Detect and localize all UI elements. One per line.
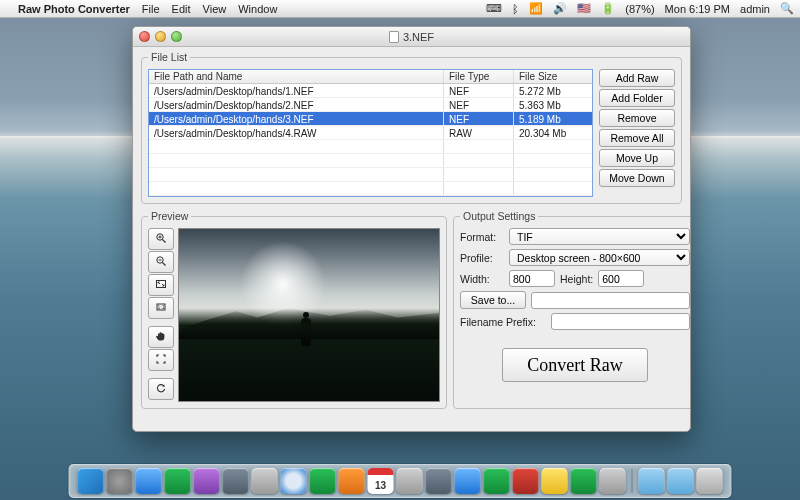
cell-path bbox=[149, 182, 444, 195]
pan-hand-button[interactable] bbox=[148, 326, 174, 348]
maps-icon[interactable] bbox=[571, 468, 597, 494]
launchpad-icon[interactable] bbox=[107, 468, 133, 494]
fit-window-button[interactable] bbox=[148, 274, 174, 296]
itunes-icon[interactable] bbox=[455, 468, 481, 494]
preview-toolstrip: 1:1 bbox=[148, 228, 174, 402]
col-header-size[interactable]: File Size bbox=[514, 70, 592, 83]
svg-line-1 bbox=[162, 239, 165, 242]
output-settings-group: Output Settings Format: TIF Profile: Des… bbox=[453, 210, 691, 409]
width-input[interactable] bbox=[509, 270, 555, 287]
save-to-button[interactable]: Save to... bbox=[460, 291, 526, 309]
cell-size: 5.363 Mb bbox=[514, 98, 592, 111]
col-header-path[interactable]: File Path and Name bbox=[149, 70, 444, 83]
menu-file[interactable]: File bbox=[142, 3, 160, 15]
battery-percent: (87%) bbox=[625, 3, 654, 15]
profile-select[interactable]: Desktop screen - 800×600 bbox=[509, 249, 690, 266]
numbers-icon[interactable] bbox=[484, 468, 510, 494]
finder-icon[interactable] bbox=[78, 468, 104, 494]
desktop: Raw Photo Converter File Edit View Windo… bbox=[0, 0, 800, 500]
file-table[interactable]: File Path and Name File Type File Size /… bbox=[148, 69, 593, 197]
table-row[interactable]: /Users/admin/Desktop/hands/1.NEFNEF5.272… bbox=[149, 84, 592, 98]
calendar-icon[interactable] bbox=[368, 468, 394, 494]
cell-path: /Users/admin/Desktop/hands/3.NEF bbox=[149, 112, 444, 125]
cell-size bbox=[514, 182, 592, 195]
actual-size-button[interactable]: 1:1 bbox=[148, 297, 174, 319]
height-label: Height: bbox=[560, 273, 593, 285]
app-store-icon[interactable] bbox=[136, 468, 162, 494]
flag-icon[interactable]: 🇺🇸 bbox=[577, 2, 591, 15]
cell-size bbox=[514, 168, 592, 181]
output-legend: Output Settings bbox=[460, 210, 538, 222]
facetime-icon[interactable] bbox=[310, 468, 336, 494]
zoom-out-button[interactable] bbox=[148, 251, 174, 273]
zoom-button[interactable] bbox=[171, 31, 182, 42]
mail-icon[interactable] bbox=[252, 468, 278, 494]
table-row[interactable]: /Users/admin/Desktop/hands/3.NEFNEF5.189… bbox=[149, 112, 592, 126]
contacts-icon[interactable] bbox=[339, 468, 365, 494]
close-button[interactable] bbox=[139, 31, 150, 42]
filelist-group: File List File Path and Name File Type F… bbox=[141, 51, 682, 204]
window-content: File List File Path and Name File Type F… bbox=[133, 47, 690, 423]
window-titlebar[interactable]: 3.NEF bbox=[133, 27, 690, 47]
volume-icon[interactable]: 🔊 bbox=[553, 2, 567, 15]
svg-rect-7 bbox=[157, 280, 166, 287]
preview-legend: Preview bbox=[148, 210, 191, 222]
menubar-clock[interactable]: Mon 6:19 PM bbox=[665, 3, 730, 15]
window-title: 3.NEF bbox=[389, 31, 434, 43]
width-label: Width: bbox=[460, 273, 504, 285]
spotlight-icon[interactable]: 🔍 bbox=[780, 2, 794, 15]
trash-icon[interactable] bbox=[697, 468, 723, 494]
cell-type bbox=[444, 154, 514, 167]
app-menu[interactable]: Raw Photo Converter bbox=[18, 3, 130, 15]
add-raw-button[interactable]: Add Raw bbox=[599, 69, 675, 87]
imovie-icon[interactable] bbox=[194, 468, 220, 494]
window-traffic-lights bbox=[139, 31, 182, 42]
cell-size bbox=[514, 154, 592, 167]
table-row bbox=[149, 140, 592, 154]
system-menubar: Raw Photo Converter File Edit View Windo… bbox=[0, 0, 800, 18]
height-input[interactable] bbox=[598, 270, 644, 287]
cell-type: RAW bbox=[444, 126, 514, 139]
safari-icon[interactable] bbox=[281, 468, 307, 494]
photobooth-icon[interactable] bbox=[513, 468, 539, 494]
menubar-left: Raw Photo Converter File Edit View Windo… bbox=[6, 3, 277, 15]
activity-icon[interactable] bbox=[165, 468, 191, 494]
bluetooth-icon[interactable]: ᛒ bbox=[512, 3, 519, 15]
zoom-in-button[interactable] bbox=[148, 228, 174, 250]
col-header-type[interactable]: File Type bbox=[444, 70, 514, 83]
convert-raw-button[interactable]: Convert Raw bbox=[502, 348, 647, 382]
fullscreen-button[interactable] bbox=[148, 349, 174, 371]
documents-folder-icon[interactable] bbox=[668, 468, 694, 494]
reminders-icon[interactable] bbox=[397, 468, 423, 494]
minimize-button[interactable] bbox=[155, 31, 166, 42]
battery-icon[interactable]: 🔋 bbox=[601, 2, 615, 15]
reload-button[interactable] bbox=[148, 378, 174, 400]
preview-group: Preview 1:1 bbox=[141, 210, 447, 409]
menubar-user[interactable]: admin bbox=[740, 3, 770, 15]
keyboard-layout-icon[interactable]: ⌨︎ bbox=[486, 2, 502, 15]
cell-type: NEF bbox=[444, 112, 514, 125]
notes-icon[interactable] bbox=[542, 468, 568, 494]
format-select[interactable]: TIF bbox=[509, 228, 690, 245]
move-down-button[interactable]: Move Down bbox=[599, 169, 675, 187]
app-window: 3.NEF File List File Path and Name File … bbox=[132, 26, 691, 432]
remove-all-button[interactable]: Remove All bbox=[599, 129, 675, 147]
cell-path bbox=[149, 154, 444, 167]
filename-prefix-input[interactable] bbox=[551, 313, 690, 330]
systemprefs-icon[interactable] bbox=[600, 468, 626, 494]
move-up-button[interactable]: Move Up bbox=[599, 149, 675, 167]
downloads-folder-icon[interactable] bbox=[639, 468, 665, 494]
add-folder-button[interactable]: Add Folder bbox=[599, 89, 675, 107]
file-table-body: /Users/admin/Desktop/hands/1.NEFNEF5.272… bbox=[149, 84, 592, 196]
table-row[interactable]: /Users/admin/Desktop/hands/4.RAWRAW20.30… bbox=[149, 126, 592, 140]
wifi-icon[interactable]: 📶 bbox=[529, 2, 543, 15]
preview-image[interactable] bbox=[178, 228, 440, 402]
save-path-input[interactable] bbox=[531, 292, 690, 309]
menu-edit[interactable]: Edit bbox=[172, 3, 191, 15]
menu-window[interactable]: Window bbox=[238, 3, 277, 15]
remove-button[interactable]: Remove bbox=[599, 109, 675, 127]
preview-icon[interactable] bbox=[426, 468, 452, 494]
dashboard-icon[interactable] bbox=[223, 468, 249, 494]
menu-view[interactable]: View bbox=[203, 3, 227, 15]
table-row[interactable]: /Users/admin/Desktop/hands/2.NEFNEF5.363… bbox=[149, 98, 592, 112]
